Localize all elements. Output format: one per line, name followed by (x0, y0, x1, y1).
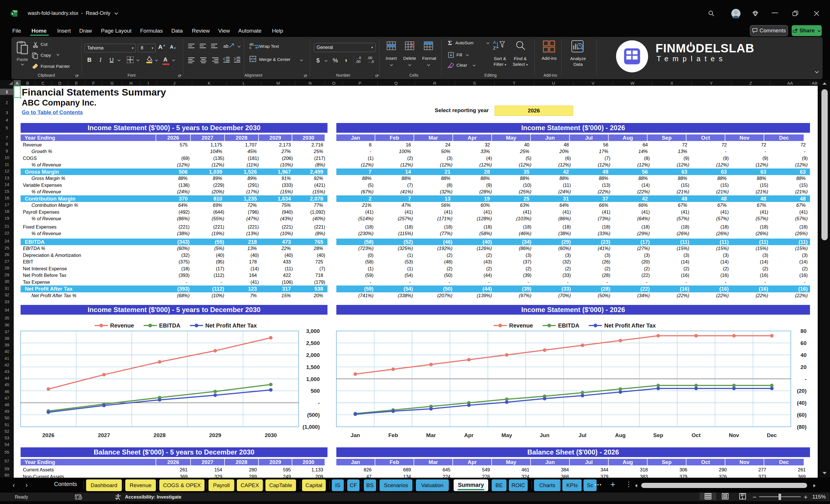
svg-text:(20): (20) (797, 388, 806, 394)
svg-text:-: - (805, 376, 806, 382)
svg-text:80: 80 (801, 328, 806, 334)
svg-text:Oct: Oct (692, 432, 701, 438)
svg-text:May: May (501, 432, 512, 438)
svg-text:Sep: Sep (653, 432, 663, 438)
svg-text:2029: 2029 (209, 432, 221, 438)
svg-text:-: - (318, 400, 320, 406)
svg-text:Net Profit After Tax: Net Profit After Tax (205, 322, 257, 329)
svg-text:Mar: Mar (426, 432, 436, 438)
svg-text:1,000: 1,000 (306, 376, 320, 382)
svg-text:Jun: Jun (540, 432, 549, 438)
svg-text:(40): (40) (797, 400, 806, 406)
svg-text:Revenue: Revenue (509, 322, 533, 329)
svg-text:Revenue: Revenue (110, 322, 134, 329)
svg-text:500: 500 (311, 388, 320, 394)
svg-text:EBITDA: EBITDA (558, 322, 579, 329)
svg-text:1,500: 1,500 (306, 364, 320, 370)
svg-text:20: 20 (801, 364, 806, 370)
svg-text:(500): (500) (307, 412, 320, 418)
svg-text:Z: Z (493, 45, 496, 50)
svg-text:Feb: Feb (388, 432, 398, 438)
svg-text:x: x (11, 12, 13, 16)
svg-text:Net Profit After Tax: Net Profit After Tax (604, 322, 656, 329)
svg-text:2,000: 2,000 (306, 352, 320, 358)
svg-text:40: 40 (801, 352, 806, 358)
svg-text:(80): (80) (797, 424, 806, 430)
svg-text:2028: 2028 (154, 432, 166, 438)
svg-text:2030: 2030 (265, 432, 277, 438)
svg-text:A: A (493, 40, 496, 44)
svg-text:Dec: Dec (767, 432, 777, 438)
svg-text:60: 60 (801, 340, 806, 346)
svg-text:2,500: 2,500 (306, 340, 320, 346)
svg-text:Jan: Jan (351, 432, 360, 438)
svg-text:Aug: Aug (615, 432, 626, 438)
svg-text:Apr: Apr (464, 432, 474, 438)
svg-text:2026: 2026 (42, 432, 54, 438)
svg-text:2027: 2027 (98, 432, 110, 438)
svg-text:Nov: Nov (729, 432, 739, 438)
svg-text:Jul: Jul (579, 432, 586, 438)
svg-text:(1,000): (1,000) (302, 424, 320, 430)
svg-text:EBITDA: EBITDA (159, 322, 180, 329)
svg-text:(60): (60) (797, 412, 806, 418)
svg-text:3,000: 3,000 (306, 328, 320, 334)
